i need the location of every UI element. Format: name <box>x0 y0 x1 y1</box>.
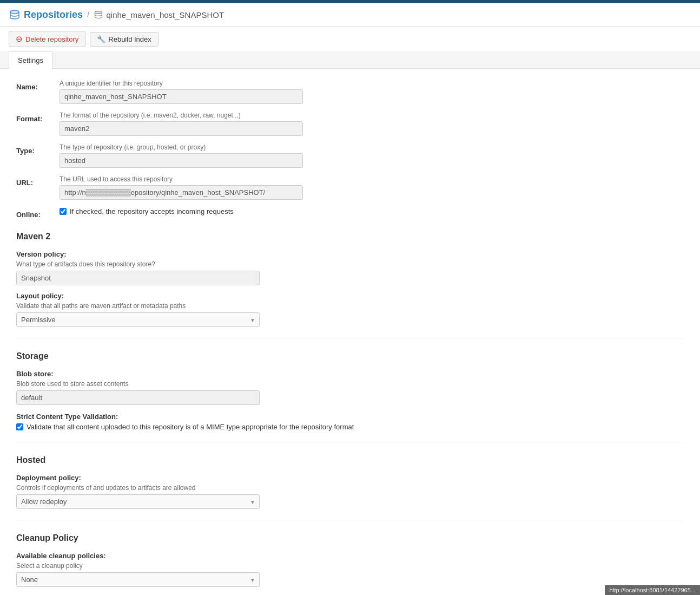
repo-icon <box>94 10 103 19</box>
version-policy-section: Version policy: What type of artifacts d… <box>16 250 684 285</box>
delete-icon: ⊖ <box>16 34 23 44</box>
type-label: Type: <box>16 143 60 155</box>
status-url: http://localhost:8081/14422965... <box>609 587 696 593</box>
divider-2 <box>16 442 684 442</box>
basic-fields-section: Name: A unique identifier for this repos… <box>16 80 684 219</box>
delete-repository-button[interactable]: ⊖ Delete repository <box>9 31 85 47</box>
format-desc: The format of the repository (i.e. maven… <box>60 112 684 119</box>
tab-settings[interactable]: Settings <box>9 51 52 69</box>
online-checkbox[interactable] <box>60 208 67 215</box>
online-field-row: Online: If checked, the repository accep… <box>16 207 684 219</box>
cleanup-available-desc: Select a cleanup policy <box>16 562 684 570</box>
deployment-policy-desc: Controls if deployments of and updates t… <box>16 484 684 492</box>
version-policy-desc: What type of artifacts does this reposit… <box>16 260 684 268</box>
strict-content-desc: Validate that all content uploaded to th… <box>27 423 354 431</box>
cleanup-section-title: Cleanup Policy <box>16 533 684 545</box>
type-input <box>60 153 303 168</box>
name-content: A unique identifier for this repository <box>60 80 684 104</box>
delete-label: Delete repository <box>25 35 78 43</box>
strict-content-checkbox[interactable] <box>16 423 23 430</box>
online-desc: If checked, the repository accepts incom… <box>70 207 234 215</box>
hosted-section-title: Hosted <box>16 455 684 467</box>
breadcrumb-separator: / <box>87 10 89 19</box>
repositories-icon <box>9 9 21 21</box>
type-desc: The type of repository (i.e. group, host… <box>60 143 684 151</box>
type-field-row: Type: The type of repository (i.e. group… <box>16 143 684 168</box>
version-policy-input <box>16 271 260 285</box>
blob-store-desc: Blob store used to store asset contents <box>16 380 684 388</box>
status-bar: http://localhost:8081/14422965... <box>605 585 700 595</box>
blob-store-section: Blob store: Blob store used to store ass… <box>16 370 684 405</box>
breadcrumb: Repositories / qinhe_maven_host_SNAPSHOT <box>0 3 700 27</box>
breadcrumb-current-page: qinhe_maven_host_SNAPSHOT <box>106 10 224 19</box>
deployment-policy-section: Deployment policy: Controls if deploymen… <box>16 474 684 509</box>
name-field-row: Name: A unique identifier for this repos… <box>16 80 684 104</box>
type-content: The type of repository (i.e. group, host… <box>60 143 684 168</box>
tabs-bar: Settings <box>0 51 700 69</box>
layout-policy-section: Layout policy: Validate that all paths a… <box>16 292 684 327</box>
url-label: URL: <box>16 175 60 187</box>
format-content: The format of the repository (i.e. maven… <box>60 112 684 136</box>
online-content: If checked, the repository accepts incom… <box>60 207 684 215</box>
strict-content-label: Strict Content Type Validation: <box>16 413 684 421</box>
divider-3 <box>16 520 684 520</box>
name-desc: A unique identifier for this repository <box>60 80 684 87</box>
divider-1 <box>16 338 684 338</box>
strict-content-checkbox-row: Validate that all content uploaded to th… <box>16 423 684 431</box>
version-policy-label: Version policy: <box>16 250 684 258</box>
name-input[interactable] <box>60 89 303 104</box>
online-label: Online: <box>16 207 60 219</box>
cleanup-available-label: Available cleanup policies: <box>16 552 684 560</box>
layout-policy-select-wrap: Permissive Strict ▼ <box>16 312 260 327</box>
url-desc: The URL used to access this repository <box>60 175 684 183</box>
format-label: Format: <box>16 112 60 123</box>
deployment-policy-select[interactable]: Allow redeploy Disable redeploy Read-onl… <box>16 494 260 509</box>
url-content: The URL used to access this repository <box>60 175 684 200</box>
blob-store-label: Blob store: <box>16 370 684 378</box>
rebuild-index-button[interactable]: 🔧 Rebuild Index <box>90 32 159 47</box>
layout-policy-label: Layout policy: <box>16 292 684 300</box>
format-field-row: Format: The format of the repository (i.… <box>16 112 684 136</box>
url-input[interactable] <box>60 185 303 200</box>
cleanup-select[interactable]: None <box>16 572 260 587</box>
name-label: Name: <box>16 80 60 91</box>
deployment-policy-select-wrap: Allow redeploy Disable redeploy Read-onl… <box>16 494 260 509</box>
online-checkbox-row: If checked, the repository accepts incom… <box>60 207 684 215</box>
deployment-policy-label: Deployment policy: <box>16 474 684 482</box>
layout-policy-desc: Validate that all paths are maven artifa… <box>16 302 684 310</box>
wrench-icon: 🔧 <box>97 35 105 43</box>
strict-content-section: Strict Content Type Validation: Validate… <box>16 413 684 431</box>
toolbar: ⊖ Delete repository 🔧 Rebuild Index <box>0 27 700 51</box>
url-field-row: URL: The URL used to access this reposit… <box>16 175 684 200</box>
rebuild-label: Rebuild Index <box>108 35 151 43</box>
format-input <box>60 121 303 136</box>
breadcrumb-repositories-link[interactable]: Repositories <box>24 9 83 21</box>
storage-section-title: Storage <box>16 351 684 363</box>
svg-point-1 <box>95 11 102 14</box>
svg-point-0 <box>10 10 19 14</box>
tab-settings-label: Settings <box>18 56 43 64</box>
layout-policy-select[interactable]: Permissive Strict <box>16 312 260 327</box>
settings-content: Name: A unique identifier for this repos… <box>0 69 700 595</box>
blob-store-input <box>16 390 260 405</box>
cleanup-select-wrap: None ▼ <box>16 572 260 587</box>
cleanup-policies-section: Available cleanup policies: Select a cle… <box>16 552 684 587</box>
maven2-section-title: Maven 2 <box>16 232 684 244</box>
